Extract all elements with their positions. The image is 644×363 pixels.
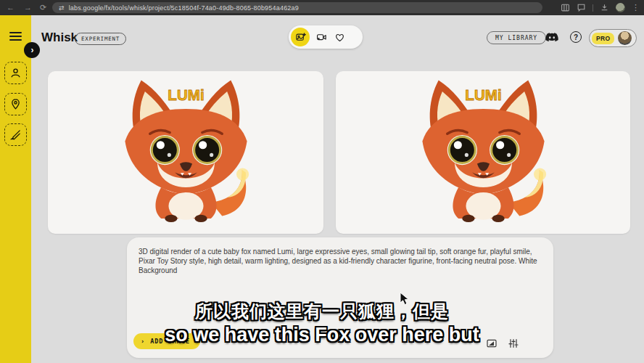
experiment-badge: EXPERIMENT (75, 33, 126, 45)
aspect-ratio-icon[interactable] (486, 338, 498, 349)
sidebar-item-style[interactable] (4, 123, 27, 146)
browser-reload-icon[interactable]: ⟳ (40, 2, 46, 13)
pro-badge: PRO (592, 33, 614, 44)
generated-image-right[interactable] (336, 71, 630, 234)
my-library-button[interactable]: MY LIBRARY (487, 31, 546, 44)
download-icon[interactable] (600, 3, 609, 12)
location-pin-icon (9, 98, 22, 110)
browser-actions: ⋮ (561, 0, 640, 15)
discord-icon[interactable] (545, 32, 559, 44)
url-text: labs.google/fx/tools/whisk/project/5c185… (69, 4, 299, 12)
fox-render-right (402, 78, 564, 227)
mode-switcher (289, 25, 363, 49)
generated-image-left[interactable] (48, 71, 323, 234)
add-image-label: ADD IMAGE (150, 338, 190, 345)
browser-back-icon[interactable]: ← (7, 2, 15, 13)
video-mode-button[interactable] (315, 30, 328, 44)
sidebar (0, 15, 31, 363)
sidebar-expand-button[interactable]: › (24, 42, 40, 58)
prompt-text[interactable]: 3D digital render of a cute baby fox nam… (139, 247, 545, 276)
page-title: Whisk (41, 30, 78, 45)
tune-settings-icon[interactable] (508, 338, 519, 349)
mouse-cursor (400, 292, 409, 306)
fox-render-left (105, 78, 267, 227)
heart-icon (334, 32, 345, 43)
separator (593, 4, 593, 12)
chevron-right-icon: › (141, 338, 145, 345)
style-pen-icon (9, 129, 22, 141)
url-swap-icon: ⇄ (59, 4, 65, 12)
account-button[interactable]: PRO (589, 29, 637, 47)
video-icon (316, 32, 327, 43)
person-icon (9, 67, 22, 79)
sidebar-item-subject[interactable] (4, 62, 27, 84)
image-icon (295, 32, 306, 43)
browser-bar: ← → ⟳ ⇄ labs.google/fx/tools/whisk/proje… (0, 0, 644, 15)
menu-hamburger-icon[interactable] (9, 32, 22, 41)
chat-bubble-icon[interactable] (577, 3, 586, 12)
help-button[interactable]: ? (570, 31, 582, 43)
user-avatar (618, 31, 632, 45)
image-mode-button[interactable] (291, 28, 310, 46)
whisk-app-screen: LUMi ← → ⟳ ⇄ labs.google/fx/tools/whisk/… (0, 0, 644, 363)
prompt-card: 3D digital render of a cute baby fox nam… (127, 237, 553, 358)
browser-forward-icon[interactable]: → (24, 2, 32, 13)
address-bar[interactable]: ⇄ labs.google/fx/tools/whisk/project/5c1… (52, 2, 542, 13)
browser-profile-avatar[interactable] (616, 3, 625, 12)
browser-menu-icon[interactable]: ⋮ (632, 3, 640, 12)
add-image-button[interactable]: › ADD IMAGE (133, 333, 200, 349)
favorites-button[interactable] (333, 30, 346, 44)
panel-icon[interactable] (561, 3, 570, 12)
sidebar-item-scene[interactable] (4, 93, 27, 115)
prompt-actions (486, 338, 519, 349)
